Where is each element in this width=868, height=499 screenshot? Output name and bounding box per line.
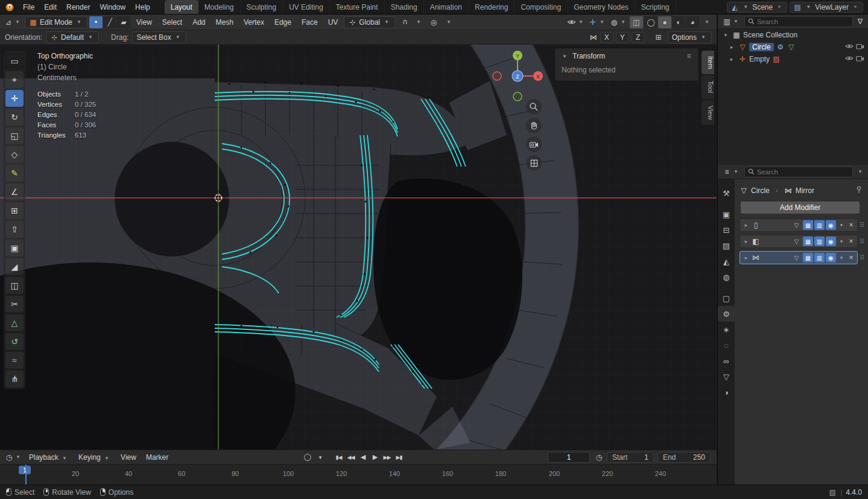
breadcrumb-object[interactable]: Circle [751, 186, 770, 195]
menu-face[interactable]: Face [297, 18, 322, 27]
modifier-row-mirror-panel[interactable]: ▸ ⋈ ▽ ▦ ▥ ◉ ▾ × [740, 251, 858, 264]
modifier-extras-dropdown-icon[interactable]: ▾ [837, 239, 846, 244]
outliner-search-input[interactable] [757, 18, 849, 25]
tab-modeling[interactable]: Modeling [198, 0, 241, 14]
tool-smooth-button[interactable]: ≈ [5, 352, 24, 369]
menu-view[interactable]: View [132, 18, 156, 27]
tab-view-layer[interactable]: ▤ [718, 238, 735, 253]
properties-search[interactable] [744, 167, 853, 177]
editor-type-button[interactable]: ⊿ ▾ [3, 16, 23, 28]
tool-move-button[interactable]: ✛ [5, 90, 24, 107]
tab-tool[interactable]: ⚒ [718, 185, 735, 201]
tab-layout[interactable]: Layout [165, 0, 198, 14]
shading-wireframe-button[interactable]: ◯ [644, 16, 657, 28]
hide-toggle[interactable] [845, 55, 854, 63]
chevron-down-icon[interactable]: ▾ [856, 169, 864, 174]
transform-orientation-dropdown[interactable]: ⊹ Global ▾ [344, 16, 395, 28]
tool-poly-build-button[interactable]: △ [5, 314, 24, 331]
snap-base-button[interactable]: ⊞ [652, 31, 665, 43]
prev-keyframe-button[interactable]: ◀◀ [345, 452, 356, 463]
display-realtime-toggle[interactable]: ▥ [814, 253, 825, 262]
tool-annotate-button[interactable]: ✎ [5, 165, 24, 182]
menu-view-timeline[interactable]: View [116, 453, 141, 462]
menu-edit[interactable]: Edit [39, 0, 62, 14]
current-frame-field[interactable]: 1 [548, 452, 590, 463]
tool-extrude-button[interactable]: ⇧ [5, 221, 24, 238]
camera-view-button[interactable] [526, 136, 542, 152]
expand-arrow-icon[interactable]: ▸ [727, 57, 736, 62]
modifier-extras-dropdown-icon[interactable]: ▾ [837, 255, 846, 261]
mode-dropdown[interactable]: ▦ Edit Mode ▾ [25, 16, 87, 28]
edge-select-mode-button[interactable]: ╱ [103, 16, 116, 28]
tool-add-cube-button[interactable]: ⊞ [5, 202, 24, 219]
menu-mesh[interactable]: Mesh [212, 18, 238, 27]
display-editmode-toggle[interactable]: ▦ [803, 253, 813, 262]
outliner-row-empty[interactable]: ▸ ✛ Empty ▨ [718, 53, 868, 65]
perspective-toggle-button[interactable] [526, 155, 542, 171]
transform-panel-header[interactable]: ▾ Transform ≡ [556, 49, 698, 63]
snap-dropdown[interactable]: ▾ [412, 16, 425, 28]
overlays-toggle[interactable]: ◍▾ [609, 16, 629, 28]
display-realtime-toggle[interactable]: ▥ [814, 237, 825, 246]
close-icon[interactable]: × [847, 221, 855, 229]
face-select-mode-button[interactable]: ▰ [117, 16, 130, 28]
tab-animation[interactable]: Animation [424, 0, 469, 14]
mirror-z-toggle[interactable]: Z [632, 32, 645, 43]
expand-arrow-icon[interactable]: ▸ [742, 239, 750, 244]
visibility-dropdown[interactable]: ▾ [566, 16, 586, 28]
shading-material-button[interactable]: ◐ [672, 16, 685, 28]
tool-rotate-button[interactable]: ↻ [5, 109, 24, 126]
properties-editor-type-button[interactable]: ≡ ▾ [721, 166, 741, 178]
drag-handle-icon[interactable]: ⠿ [860, 238, 864, 246]
modifier-extras-dropdown-icon[interactable]: ▾ [837, 223, 846, 228]
tool-knife-button[interactable]: ✂ [5, 296, 24, 313]
tab-material[interactable]: ◑ [718, 384, 735, 400]
tab-texture-paint[interactable]: Texture Paint [330, 0, 385, 14]
drag-handle-icon[interactable]: ⠿ [860, 221, 864, 229]
render-visibility-toggle[interactable] [856, 55, 864, 63]
viewlayer-selector[interactable]: ▤ ▾ ViewLayer × [790, 2, 863, 13]
drag-setting-dropdown[interactable]: Select Box ▾ [132, 31, 186, 43]
display-on-cage-toggle[interactable]: ▽ [791, 220, 802, 230]
tab-sculpting[interactable]: Sculpting [241, 0, 283, 14]
modifier-row-2-panel[interactable]: ▸ ◧ ▽ ▦ ▥ ◉ ▾ × [740, 235, 858, 248]
menu-keying[interactable]: Keying ▾ [74, 453, 115, 462]
tab-compositing[interactable]: Compositing [515, 0, 568, 14]
vertex-select-mode-button[interactable]: • [89, 16, 103, 28]
mirror-x-toggle[interactable]: X [600, 32, 613, 43]
proportional-editing-toggle[interactable]: ◎ [427, 16, 440, 28]
tool-bevel-button[interactable]: ◢ [5, 258, 24, 275]
pan-button[interactable] [526, 118, 542, 133]
breadcrumb-modifier[interactable]: Mirror [796, 186, 814, 195]
mirror-y-toggle[interactable]: Y [616, 32, 629, 43]
scene-unlink-icon[interactable]: × [775, 4, 784, 10]
expand-arrow-icon[interactable]: ▸ [742, 255, 750, 261]
blender-logo[interactable] [0, 0, 18, 14]
tool-inset-button[interactable]: ▣ [5, 240, 24, 256]
jump-to-start-button[interactable]: ▮◀ [333, 452, 344, 463]
tab-constraints[interactable]: ∞ [718, 353, 735, 369]
display-editmode-toggle[interactable]: ▦ [803, 220, 813, 230]
tool-measure-button[interactable]: ∠ [5, 183, 24, 200]
modifier-row-1-panel[interactable]: ▸ ▯ ▽ ▦ ▥ ◉ ▾ × [740, 218, 858, 232]
menu-help[interactable]: Help [130, 0, 155, 14]
menu-playback[interactable]: Playback ▾ [25, 453, 73, 462]
close-icon[interactable]: × [847, 238, 855, 245]
sidebar-tab-item[interactable]: Item [702, 51, 714, 74]
gizmo-negative-y-axis[interactable] [513, 92, 522, 101]
tool-spin-button[interactable]: ↺ [5, 333, 24, 350]
display-render-toggle[interactable]: ◉ [826, 220, 836, 230]
jump-to-end-button[interactable]: ▶▮ [393, 452, 405, 463]
tab-rendering[interactable]: Rendering [469, 0, 515, 14]
viewlayer-unlink-icon[interactable]: × [851, 4, 860, 10]
menu-window[interactable]: Window [95, 0, 130, 14]
outliner-editor-type-button[interactable]: ▥ ▾ [721, 16, 741, 28]
viewport-canvas[interactable]: ▭ ⌖ ✛ ↻ ◱ ◇ ✎ ∠ ⊞ ⇧ ▣ ◢ ◫ ✂ △ ↺ ≈ ⋔ Top … [0, 45, 717, 450]
add-modifier-button[interactable]: Add Modifier [741, 202, 860, 214]
display-editmode-toggle[interactable]: ▦ [803, 237, 813, 246]
close-icon[interactable]: × [847, 254, 855, 261]
scene-selector[interactable]: ◭ ▾ Scene × [727, 2, 787, 13]
shading-solid-button[interactable]: ● [658, 16, 671, 28]
play-button[interactable]: ▶ [369, 452, 381, 463]
tab-object[interactable]: ▢ [718, 290, 735, 306]
